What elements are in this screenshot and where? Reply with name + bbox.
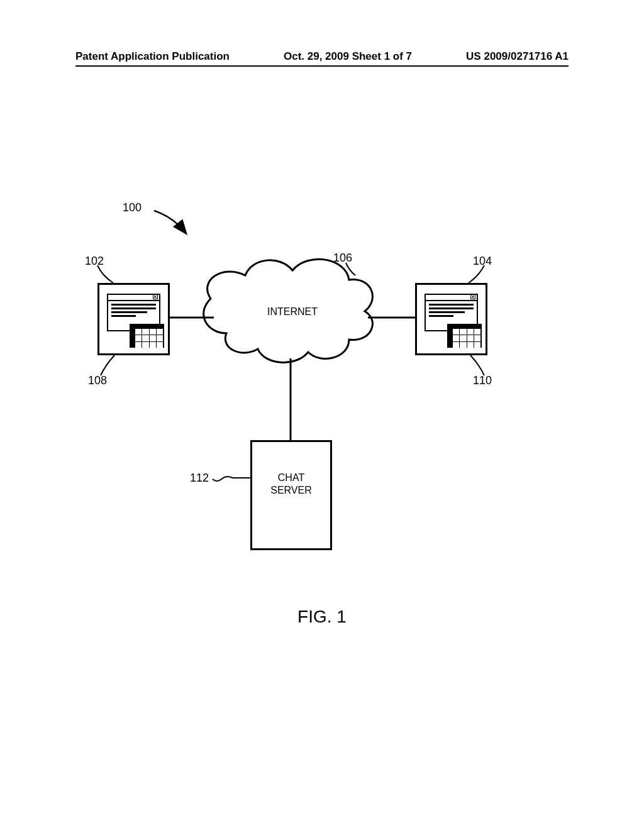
figure-caption: FIG. 1	[0, 607, 644, 627]
ref-104: 104	[473, 255, 492, 268]
ref-106: 106	[333, 252, 352, 265]
lead-104	[469, 265, 484, 283]
chat-server-label: CHAT SERVER	[250, 472, 332, 497]
close-icon: ×	[153, 294, 158, 299]
ref-112: 112	[190, 472, 209, 485]
computer-left: ×	[97, 283, 170, 355]
ref100-arrow	[154, 211, 186, 233]
window-lines-left	[111, 304, 156, 319]
ref-110: 110	[473, 374, 492, 387]
computer-right: ×	[415, 283, 487, 355]
cloud-label: INTERNET	[248, 306, 336, 318]
ref-100: 100	[123, 201, 142, 214]
window-right-titlebar: ×	[426, 295, 477, 301]
lead-108	[101, 355, 114, 375]
lead-110	[470, 355, 484, 375]
close-icon: ×	[470, 294, 475, 299]
lead-112-tilde	[213, 477, 233, 481]
window-left-titlebar: ×	[108, 295, 159, 301]
chat-window-right	[447, 324, 482, 348]
window-lines-right	[429, 304, 474, 319]
ref-102: 102	[85, 255, 104, 268]
ref-108: 108	[88, 374, 107, 387]
diagram-svg	[0, 0, 644, 830]
chat-window-left	[130, 324, 164, 348]
lead-102	[97, 265, 113, 283]
